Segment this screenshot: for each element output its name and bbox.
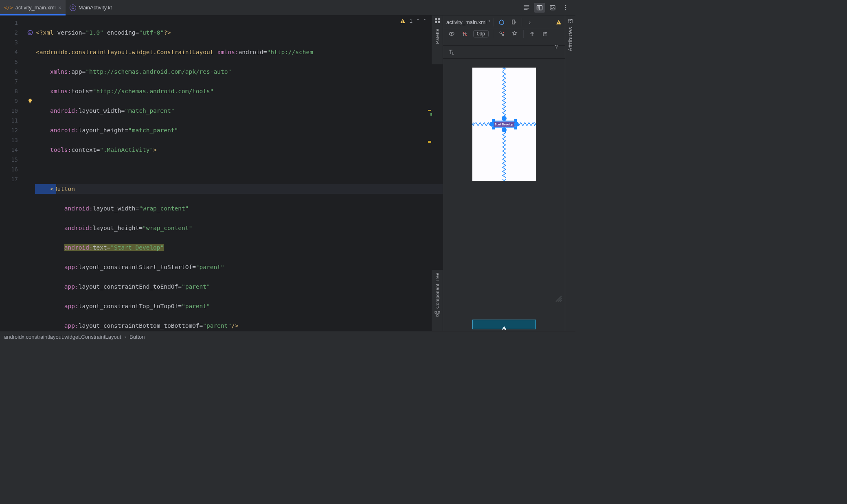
tab-main-activity-kt[interactable]: C MainActivity.kt: [66, 0, 116, 15]
gutter-icons: C: [25, 15, 35, 331]
tab-bar: </> activity_main.xml × C MainActivity.k…: [0, 0, 575, 15]
layout-preview-pane: activity_main.xml ˅ › 0d: [443, 15, 565, 331]
warning-count: 1: [410, 18, 413, 24]
canvas-resize-grip[interactable]: [554, 294, 562, 302]
prev-highlight-button[interactable]: ˄: [417, 18, 419, 24]
svg-point-23: [451, 33, 452, 35]
svg-rect-16: [435, 311, 437, 313]
svg-point-3: [551, 6, 552, 7]
svg-point-25: [502, 34, 504, 36]
breadcrumb: androidx.constraintlayout.widget.Constra…: [0, 331, 575, 342]
view-options-icon[interactable]: [447, 29, 456, 38]
constraint-handle-top[interactable]: [502, 116, 507, 121]
split-view-button[interactable]: [534, 3, 545, 13]
svg-point-5: [565, 7, 566, 8]
error-stripe[interactable]: [427, 15, 431, 331]
svg-rect-13: [438, 18, 440, 20]
svg-text:C: C: [29, 31, 31, 35]
xml-icon: </>: [4, 5, 13, 11]
svg-rect-11: [402, 22, 403, 23]
design-view-button[interactable]: [547, 3, 558, 13]
warning-icon: [400, 18, 406, 24]
chevron-right-icon: ›: [125, 334, 126, 340]
attributes-tool-window-button[interactable]: Attributes: [565, 15, 575, 331]
svg-point-28: [571, 19, 573, 20]
tab-label: MainActivity.kt: [79, 4, 112, 11]
code-editor[interactable]: 1 2 3 4 5 6 7 8 9 10 11 12 13 14 15 16 1…: [0, 15, 443, 331]
svg-rect-21: [558, 24, 559, 24]
resize-handle[interactable]: [492, 127, 495, 129]
svg-point-27: [570, 21, 571, 22]
svg-rect-14: [435, 21, 437, 23]
svg-point-24: [500, 32, 501, 33]
configuration-dropdown[interactable]: activity_main.xml ˅: [446, 19, 490, 25]
intention-bulb-icon[interactable]: [25, 96, 35, 106]
resize-handle[interactable]: [492, 119, 495, 122]
orientation-button[interactable]: [509, 18, 518, 27]
resize-handle[interactable]: [514, 119, 517, 122]
layout-warning-icon[interactable]: [556, 20, 562, 25]
selected-button-widget[interactable]: Start Develop: [493, 122, 515, 127]
kotlin-class-icon: C: [70, 4, 76, 11]
svg-rect-20: [558, 22, 559, 23]
constraint-spring-top: [502, 68, 506, 120]
clear-constraints-icon[interactable]: [497, 29, 506, 38]
resize-handle[interactable]: [514, 127, 517, 129]
svg-rect-12: [435, 18, 437, 20]
design-surface-button[interactable]: [497, 18, 506, 27]
svg-rect-10: [402, 20, 403, 22]
svg-rect-18: [437, 315, 438, 316]
constraint-handle-bottom[interactable]: [502, 127, 507, 132]
guidelines-icon[interactable]: [528, 29, 537, 38]
next-highlight-button[interactable]: ˅: [424, 18, 426, 24]
infer-constraints-icon[interactable]: [510, 29, 519, 38]
constraint-handle-left[interactable]: [489, 122, 494, 127]
component-tree-tool-window-button[interactable]: Component Tree: [431, 270, 443, 331]
line-number-gutter: 1 2 3 4 5 6 7 8 9 10 11 12 13 14 15 16 1…: [0, 15, 25, 331]
design-canvas[interactable]: Start Develop: [443, 59, 565, 331]
tab-activity-main-xml[interactable]: </> activity_main.xml ×: [0, 0, 66, 15]
code-area[interactable]: <?xml version="1.0" encoding="utf-8"?> <…: [35, 15, 443, 331]
autoconnect-icon[interactable]: [460, 29, 469, 38]
svg-rect-17: [438, 311, 440, 313]
overflow-chevron-icon[interactable]: ›: [525, 18, 534, 27]
inspection-summary[interactable]: 1 ˄ ˅: [400, 18, 426, 24]
more-menu-button[interactable]: [560, 3, 571, 13]
svg-point-4: [565, 5, 566, 6]
view-mode-toolbar: [521, 0, 575, 15]
related-file-icon[interactable]: C: [25, 28, 35, 37]
tree-icon: [434, 311, 440, 317]
default-margin-dropdown[interactable]: 0dp: [473, 30, 489, 37]
svg-rect-9: [29, 103, 31, 103]
close-icon[interactable]: ×: [58, 4, 61, 11]
breadcrumb-item[interactable]: Button: [129, 334, 145, 340]
breadcrumb-item[interactable]: androidx.constraintlayout.widget.Constra…: [4, 334, 121, 340]
align-icon[interactable]: [541, 29, 550, 38]
design-top-toolbar: activity_main.xml ˅ ›: [443, 15, 565, 29]
svg-rect-15: [438, 21, 440, 23]
svg-point-6: [565, 9, 566, 10]
chevron-down-icon: ˅: [488, 20, 490, 24]
blueprint-preview[interactable]: [472, 320, 536, 329]
palette-tool-window-button[interactable]: Palette: [431, 15, 443, 64]
code-view-button[interactable]: [521, 3, 532, 13]
design-second-toolbar: 0dp ?: [443, 29, 565, 46]
device-frame[interactable]: Start Develop: [472, 68, 536, 181]
constraint-handle-right[interactable]: [514, 122, 519, 127]
tab-label: activity_main.xml: [15, 4, 56, 11]
palette-icon: [434, 18, 440, 24]
settings-sliders-icon: [568, 18, 573, 24]
svg-rect-19: [512, 20, 515, 24]
svg-point-26: [568, 19, 569, 20]
text-tools-icon[interactable]: [447, 48, 456, 57]
constraint-spring-bottom: [502, 129, 506, 181]
design-third-toolbar: [443, 46, 565, 59]
